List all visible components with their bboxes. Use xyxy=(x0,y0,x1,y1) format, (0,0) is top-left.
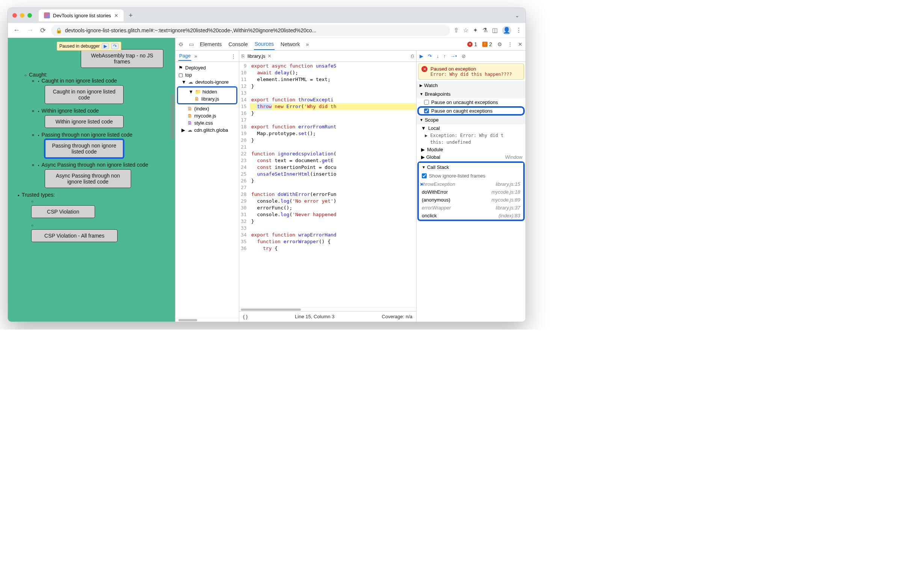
code-line[interactable]: const insertionPoint = docu xyxy=(250,164,416,171)
kebab-menu-icon[interactable]: ⋮ xyxy=(507,41,513,47)
code-line[interactable]: export function errorFromRunt xyxy=(250,123,416,130)
tab-sources[interactable]: Sources xyxy=(254,39,275,50)
profile-avatar[interactable]: 👤 xyxy=(502,26,511,35)
address-bar[interactable]: 🔒 devtools-ignore-list-stories.glitch.me… xyxy=(51,25,450,36)
extensions-icon[interactable]: ✦ xyxy=(473,27,478,34)
nav-library-file[interactable]: 🗎library.js xyxy=(179,95,236,102)
toggle-debugger-icon[interactable]: ⎙ xyxy=(411,53,414,59)
code-line[interactable]: } xyxy=(250,83,416,90)
navigator-more-icon[interactable]: » xyxy=(194,53,197,59)
scope-section[interactable]: ▼Scope xyxy=(417,116,525,124)
navigator-tab-page[interactable]: Page xyxy=(178,51,191,61)
inspect-icon[interactable]: ⯐ xyxy=(178,41,184,47)
issues-badge[interactable]: !2 xyxy=(482,41,492,47)
menu-icon[interactable]: ⋮ xyxy=(516,27,522,34)
code-line[interactable]: await delay(); xyxy=(250,69,416,76)
bp-caught-row[interactable]: Pause on caught exceptions xyxy=(418,107,524,115)
code-line[interactable]: export function wrapErrorHand xyxy=(250,232,416,238)
code-line[interactable] xyxy=(250,184,416,191)
code-line[interactable]: try { xyxy=(250,245,416,252)
callstack-frame[interactable]: throwExceptionlibrary.js:15 xyxy=(419,180,523,188)
csp-violation-all-button[interactable]: CSP Violation - All frames xyxy=(31,229,117,242)
nav-style-file[interactable]: 🗎style.css xyxy=(177,119,238,127)
step-button[interactable]: →• xyxy=(450,53,457,59)
tab-console[interactable]: Console xyxy=(228,39,248,49)
watch-section[interactable]: ▶Watch xyxy=(417,81,525,90)
callstack-frame[interactable]: onclick(index):83 xyxy=(419,212,523,220)
breakpoints-section[interactable]: ▼Breakpoints xyxy=(417,90,525,98)
scope-module[interactable]: ▶Module xyxy=(417,146,525,153)
bp-uncaught-checkbox[interactable] xyxy=(424,100,429,105)
code-line[interactable] xyxy=(250,225,416,232)
code-line[interactable]: } xyxy=(250,218,416,225)
maximize-window-button[interactable] xyxy=(27,13,32,18)
deactivate-breakpoints-button[interactable]: ⊘ xyxy=(462,53,466,59)
tabs-dropdown-button[interactable]: ⌄ xyxy=(513,11,521,20)
close-tab-icon[interactable]: ✕ xyxy=(114,13,118,18)
nav-mycode-file[interactable]: 🗎mycode.js xyxy=(177,112,238,119)
scope-global[interactable]: ▶ GlobalWindow xyxy=(417,153,525,161)
bookmark-icon[interactable]: ☆ xyxy=(463,27,469,34)
csp-violation-button[interactable]: CSP Violation xyxy=(31,205,95,218)
caught-non-ignore-button[interactable]: Caught in non ignore listed code xyxy=(45,85,124,104)
back-button[interactable]: ← xyxy=(12,25,21,36)
code-line[interactable]: export async function unsafeS xyxy=(250,62,416,69)
code-line[interactable]: console.log('No error yet') xyxy=(250,198,416,205)
nav-cdn[interactable]: ▶☁cdn.glitch.globa xyxy=(177,127,238,133)
callstack-frame[interactable]: doWithErrormycode.js:18 xyxy=(419,188,523,196)
async-passing-button[interactable]: Async Passing through non ignore listed … xyxy=(45,169,131,188)
minimize-window-button[interactable] xyxy=(20,13,25,18)
code-line[interactable]: errorFunc(); xyxy=(250,205,416,211)
browser-tab[interactable]: DevTools ignore list stories ✕ xyxy=(39,9,124,21)
device-toolbar-icon[interactable]: ▭ xyxy=(189,41,194,47)
nav-origin[interactable]: ▼☁devtools-ignore xyxy=(177,79,238,86)
resume-icon[interactable]: ▶ xyxy=(102,43,109,49)
errors-badge[interactable]: ✕1 xyxy=(467,41,477,47)
code-line[interactable] xyxy=(250,144,416,151)
labs-icon[interactable]: ⚗ xyxy=(482,27,488,34)
scope-local[interactable]: ▼Local xyxy=(417,124,525,132)
code-line[interactable]: unsafeSetInnerHtml(insertio xyxy=(250,171,416,178)
navigator-menu-icon[interactable]: ⋮ xyxy=(231,53,236,59)
lock-icon[interactable]: 🔒 xyxy=(56,27,62,33)
resume-button[interactable]: ▶ xyxy=(419,53,423,59)
show-ignored-row[interactable]: Show ignore-listed frames xyxy=(419,171,523,180)
code-line[interactable]: console.log('Never happened xyxy=(250,211,416,218)
close-file-icon[interactable]: ✕ xyxy=(267,53,272,59)
more-tabs-icon[interactable]: » xyxy=(306,41,309,47)
code-line[interactable]: function doWithError(errorFun xyxy=(250,191,416,198)
pretty-print-icon[interactable]: { } xyxy=(243,314,248,319)
step-over-icon[interactable]: ↷ xyxy=(111,43,119,49)
code-line[interactable]: const text = document.getE xyxy=(250,157,416,164)
bp-uncaught-row[interactable]: Pause on uncaught exceptions xyxy=(417,98,525,106)
close-window-button[interactable] xyxy=(12,13,17,18)
step-into-button[interactable]: ↓ xyxy=(436,53,439,59)
editor-hscroll[interactable] xyxy=(239,307,416,311)
callstack-frame[interactable]: errorWrapperlibrary.js:37 xyxy=(419,204,523,212)
page-scrollbar-thumb[interactable] xyxy=(171,94,174,139)
step-over-button[interactable]: ↷ xyxy=(428,53,432,59)
code-line[interactable]: throw new Error('Why did th xyxy=(250,103,416,110)
code-line[interactable]: Map.prototype.set(); xyxy=(250,130,416,137)
share-icon[interactable]: ⇧ xyxy=(454,27,459,34)
passing-through-button[interactable]: Passing through non ignore listed code xyxy=(45,139,124,158)
nav-top[interactable]: ▢top xyxy=(177,71,238,79)
forward-button[interactable]: → xyxy=(25,25,35,36)
step-out-button[interactable]: ↑ xyxy=(444,53,446,59)
close-devtools-icon[interactable]: ✕ xyxy=(518,41,523,47)
tab-elements[interactable]: Elements xyxy=(199,39,222,49)
nav-hidden-folder[interactable]: ▼📁hidden xyxy=(179,88,236,95)
code-editor[interactable]: 9101112131415161718192021222324252627282… xyxy=(239,62,416,307)
code-line[interactable] xyxy=(250,117,416,123)
tab-network[interactable]: Network xyxy=(280,39,300,49)
editor-file-tab[interactable]: library.js ✕ xyxy=(248,53,272,59)
sidepanel-icon[interactable]: ◫ xyxy=(492,27,498,34)
code-line[interactable]: } xyxy=(250,178,416,184)
bp-caught-checkbox[interactable] xyxy=(424,109,429,113)
code-line[interactable]: export function throwExcepti xyxy=(250,97,416,103)
code-line[interactable]: function errorWrapper() { xyxy=(250,238,416,245)
within-ignore-button[interactable]: Within ignore listed code xyxy=(45,115,124,128)
code-line[interactable]: } xyxy=(250,137,416,144)
new-tab-button[interactable]: + xyxy=(127,12,135,20)
wasm-trap-button[interactable]: WebAssembly trap - no JS frames xyxy=(81,49,163,68)
